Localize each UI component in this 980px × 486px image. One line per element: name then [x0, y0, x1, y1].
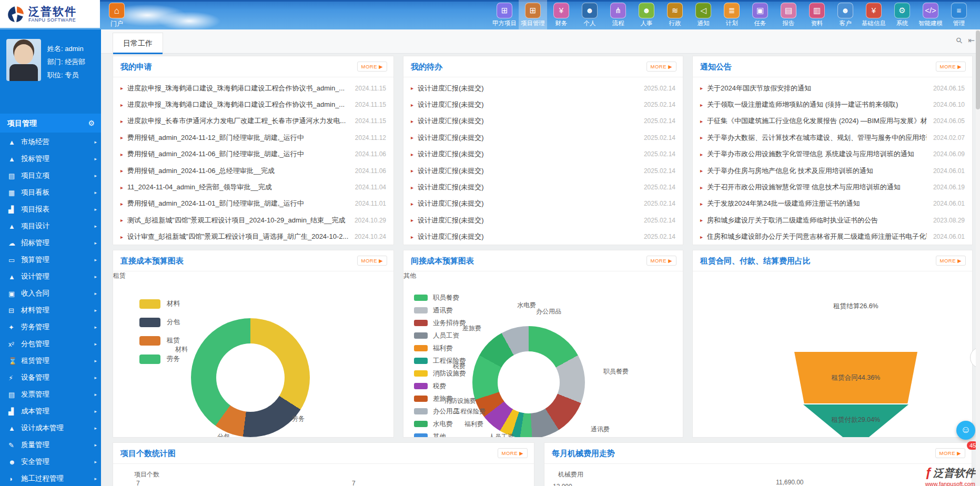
sidebar-item[interactable]: ▣ 收入合同 ▸ [0, 285, 101, 302]
more-button[interactable]: MORE ▶ [357, 62, 387, 72]
legend-item[interactable]: 水电费 [414, 418, 466, 430]
sidebar-item[interactable]: ▦ 项目看板 ▸ [0, 184, 101, 201]
todo-list-item[interactable]: ▸ 设计进度汇报(未提交) 2025.02.14 [411, 146, 675, 163]
application-list-item[interactable]: ▸ 测试_彭祖新城"四馆"景观工程设计项目_2024-10-29_admin_结… [120, 212, 386, 228]
sidebar-item[interactable]: ▟ 项目报表 ▸ [0, 201, 101, 218]
nav-item-portal[interactable]: ⌂ 门户 [104, 3, 129, 28]
sidebar-item[interactable]: ▲ 投标管理 ▸ [0, 150, 101, 167]
application-list-item[interactable]: ▸ 费用报销_admin_2024-11-06_总经理审批__完成 2024.1… [120, 163, 386, 179]
notice-list-item[interactable]: ▸ 关于发放2024年第24批一级建造师注册证书的通知 2024.06.01 [700, 196, 965, 212]
sidebar-item[interactable]: ▤ 发票管理 ▸ [0, 386, 101, 403]
top-nav-item[interactable]: ⚙ 系统 [888, 0, 916, 29]
more-button[interactable]: MORE ▶ [357, 256, 387, 266]
brand-url[interactable]: www.fanpusoft.com [901, 481, 975, 486]
todo-list-item[interactable]: ▸ 设计进度汇报(未提交) 2025.02.14 [411, 196, 675, 212]
notice-list-item[interactable]: ▸ 关于举办住房与房地产信息化 技术及应用培训班的通知 2024.06.01 [700, 163, 965, 179]
top-nav-item[interactable]: ☻ 客户 [831, 0, 860, 29]
sidebar-item[interactable]: ▭ 预算管理 ▸ [0, 251, 101, 268]
todo-list-item[interactable]: ▸ 设计进度汇报(未提交) 2025.02.14 [411, 163, 675, 179]
top-nav-item[interactable]: </> 智能建模 [916, 0, 945, 29]
todo-list-item[interactable]: ▸ 设计进度汇报(未提交) 2025.02.14 [411, 212, 675, 228]
sidebar-item[interactable]: ▲ 项目设计 ▸ [0, 218, 101, 235]
notice-list-item[interactable]: ▸ 房和城乡建设厅关于取消二级建造师临时执业证书的公告 2023.08.29 [700, 212, 965, 228]
top-nav-item[interactable]: ▤ 报告 [774, 0, 803, 29]
notice-list-item[interactable]: ▸ 关于领取一级注册建造师增项贴的通知 (须持一建证书前来领取) 2024.06… [700, 96, 965, 113]
legend-item[interactable]: 劳务 [139, 350, 180, 368]
more-button[interactable]: MORE ▶ [498, 448, 528, 458]
more-button[interactable]: MORE ▶ [936, 62, 966, 72]
key-icon[interactable]: ⚲ [954, 35, 965, 46]
top-nav-item[interactable]: ☻ 人事 [632, 0, 661, 29]
legend-item[interactable]: 人员工资 [414, 329, 466, 342]
top-nav-item[interactable]: ≣ 计划 [718, 0, 746, 29]
top-nav-item[interactable]: ¥ 财务 [547, 0, 575, 29]
notice-list-item[interactable]: ▸ 关于举办大数据、云计算技术在城市建设、规划、管理与服务中的应用培训班... … [700, 129, 965, 146]
more-button[interactable]: MORE ▶ [646, 62, 676, 72]
sidebar-item[interactable]: ☁ 招标管理 ▸ [0, 235, 101, 251]
legend-item[interactable]: 材料 [139, 295, 180, 313]
sidebar-item[interactable]: ▲ 设计管理 ▸ [0, 268, 101, 285]
top-nav-item[interactable]: ▥ 资料 [803, 0, 831, 29]
sidebar-item[interactable]: ◑ 施工过程管理 ▸ [0, 470, 101, 486]
top-nav-item[interactable]: ▣ 任务 [746, 0, 774, 29]
tab-daily-work[interactable]: 日常工作 [113, 33, 163, 54]
sidebar-item[interactable]: ⚡ 设备管理 ▸ [0, 369, 101, 386]
panel-title: 项目个数统计图 [120, 449, 176, 458]
application-list-item[interactable]: ▸ 进度款申报_珠海鹤港口建设_珠海鹤港口建设工程合作协议书_admin_...… [120, 80, 386, 96]
todo-list-item[interactable]: ▸ 设计进度汇报(未提交) 2025.02.14 [411, 96, 675, 113]
more-button[interactable]: MORE ▶ [935, 448, 965, 458]
todo-list-item[interactable]: ▸ 设计进度汇报(未提交) 2025.02.14 [411, 229, 675, 245]
todo-list-item[interactable]: ▸ 设计进度汇报(未提交) 2025.02.14 [411, 129, 675, 146]
sidebar-item[interactable]: ▲ 市场经营 ▸ [0, 134, 101, 150]
todo-list-item[interactable]: ▸ 设计进度汇报(未提交) 2025.02.14 [411, 113, 675, 129]
application-list-item[interactable]: ▸ 费用报销_admin_2024-11-01_部门经理审批_胡建,_运行中 2… [120, 196, 386, 212]
sidebar-item[interactable]: ✎ 质量管理 ▸ [0, 437, 101, 453]
top-nav-item[interactable]: ⋔ 流程 [604, 0, 632, 29]
top-nav-item[interactable]: ≡ 管理 [945, 0, 973, 29]
legend-item[interactable]: 分包 [139, 313, 180, 331]
gear-icon[interactable]: ⚙ [88, 114, 95, 133]
sidebar-item[interactable]: x² 分包管理 ▸ [0, 336, 101, 352]
user-avatar[interactable] [6, 39, 41, 81]
notice-list-item[interactable]: ▸ 住房和城乡建设部办公厅关于同意吉林省开展二级建造师注册证书电子化试点... … [700, 229, 965, 245]
top-nav-label: 任务 [746, 19, 774, 27]
notice-list-item[interactable]: ▸ 关于2024年国庆节放假安排的通知 2024.06.15 [700, 80, 965, 96]
legend-item[interactable]: 业务招待费 [414, 317, 466, 329]
legend-item[interactable]: 通讯费 [414, 304, 466, 317]
more-button[interactable]: MORE ▶ [936, 256, 966, 266]
application-list-item[interactable]: ▸ 进度款申报_长春市伊通河水力发电厂改建工程_长春市伊通河水力发电... 20… [120, 113, 386, 129]
collapse-icon[interactable]: ⇤ [968, 36, 975, 45]
sidebar-item[interactable]: ▤ 项目立项 ▸ [0, 167, 101, 184]
application-list-item[interactable]: ▸ 费用报销_admin_2024-11-06_部门经理审批_胡建,_运行中 2… [120, 146, 386, 163]
sidebar-item[interactable]: ▲ 设计成本管理 ▸ [0, 420, 101, 437]
legend-item[interactable]: 税费 [414, 380, 466, 392]
top-nav-item[interactable]: ¥ 基础信息 [860, 0, 888, 29]
scrollbar-thumb[interactable] [976, 31, 980, 109]
application-list-item[interactable]: ▸ 11_2024-11-04_admin_经营部_领导审批__完成 2024.… [120, 179, 386, 195]
top-nav-item[interactable]: ☻ 个人 [575, 0, 604, 29]
application-list-item[interactable]: ▸ 设计审查_彭祖新城"四馆"景观工程设计项目_请选择_胡广生_2024-10-… [120, 229, 386, 245]
page-scrollbar[interactable] [976, 29, 980, 486]
sidebar-item[interactable]: ⌛ 租赁管理 ▸ [0, 352, 101, 369]
notice-list-item[interactable]: ▸ 关于举办市政公用设施数字化管理信息 系统建设与应用培训班的通知 2024.0… [700, 146, 965, 163]
more-button[interactable]: MORE ▶ [646, 256, 676, 266]
todo-list-item[interactable]: ▸ 设计进度汇报(未提交) 2025.02.14 [411, 80, 675, 96]
legend-item[interactable]: 福利费 [414, 342, 466, 355]
chat-support-button[interactable]: ☺ [956, 421, 975, 440]
top-nav-item[interactable]: ⊞ 项目管理 [519, 0, 547, 29]
legend-item[interactable]: 租赁 [139, 331, 180, 350]
legend-item[interactable]: 其他 [414, 430, 466, 438]
legend-item[interactable]: 职员餐费 [414, 291, 466, 304]
sidebar-item[interactable]: ⊟ 材料管理 ▸ [0, 302, 101, 319]
application-list-item[interactable]: ▸ 进度款申报_珠海鹤港口建设_珠海鹤港口建设工程合作协议书_admin_...… [120, 96, 386, 113]
sidebar-item[interactable]: ▟ 成本管理 ▸ [0, 403, 101, 420]
application-list-item[interactable]: ▸ 费用报销_admin_2024-11-12_部门经理审批_胡建,_运行中 2… [120, 129, 386, 146]
top-nav-item[interactable]: ⊞ 甲方项目 [490, 0, 519, 29]
top-nav-item[interactable]: ≋ 行政 [661, 0, 689, 29]
sidebar-item[interactable]: ✦ 劳务管理 ▸ [0, 319, 101, 336]
notice-list-item[interactable]: ▸ 于征集《中国建筑施工行业信息化发展报告 (2024) —BIM应用与发展》材… [700, 113, 965, 129]
sidebar-item[interactable]: ☻ 安全管理 ▸ [0, 453, 101, 470]
notice-list-item[interactable]: ▸ 关于召开市政公用设施智慧化管理 信息技术与应用培训班的通知 2024.06.… [700, 179, 965, 195]
todo-list-item[interactable]: ▸ 设计进度汇报(未提交) 2025.02.14 [411, 179, 675, 195]
top-nav-item[interactable]: ◁ 通知 [689, 0, 718, 29]
